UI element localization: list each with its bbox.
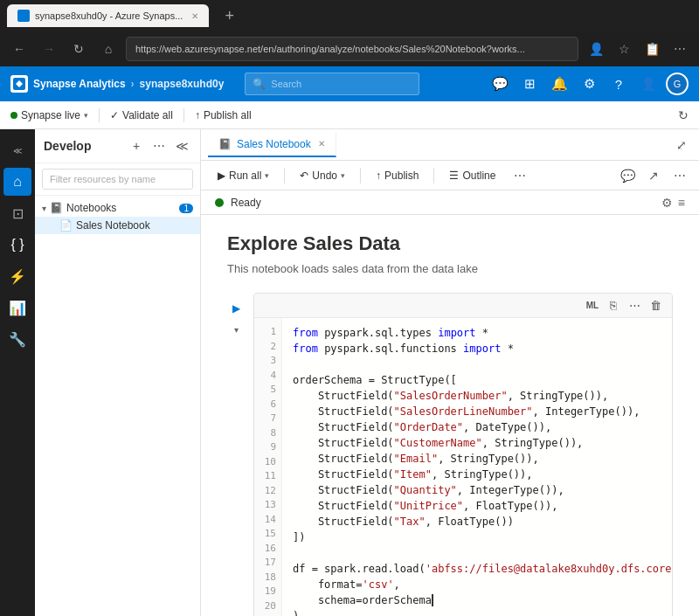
new-tab-btn[interactable]: + <box>216 3 243 29</box>
manage-sidebar-icon[interactable]: 🔧 <box>3 325 31 353</box>
search-input[interactable] <box>271 79 412 89</box>
status-bar: Ready ⚙ ≡ <box>201 190 699 215</box>
cell-run-btn[interactable]: ▶ <box>227 300 245 317</box>
tab-close-btn[interactable]: ✕ <box>191 11 198 21</box>
notebooks-label: Notebooks <box>66 202 176 214</box>
notebook-area: 📓 Sales Notebook ✕ ⤢ ▶ Run all ▾ ↶ Undo … <box>201 129 699 616</box>
more-actions-btn[interactable]: ⋯ <box>149 136 169 156</box>
validate-all-label: Validate all <box>122 109 173 121</box>
run-all-chevron: ▾ <box>265 171 269 180</box>
profile-icon[interactable]: 👤 <box>584 37 608 61</box>
more-toolbar-btn[interactable]: ⋯ <box>514 169 526 183</box>
nb-sep-3 <box>433 168 434 183</box>
code-cell: ML ⎘ ⋯ 🗑 12345 678910 1112131415 1617181… <box>253 293 673 616</box>
develop-sidebar-icon[interactable]: { } <box>3 231 31 259</box>
address-bar-row: ← → ↻ ⌂ 👤 ☆ 📋 ⋯ <box>0 31 699 66</box>
browser-icons: 👤 ☆ 📋 ⋯ <box>584 37 692 61</box>
nb-sep-2 <box>360 168 361 183</box>
collections-icon[interactable]: 📋 <box>640 37 664 61</box>
favorites-icon[interactable]: ☆ <box>612 37 636 61</box>
data-sidebar-icon[interactable]: ⊡ <box>3 199 31 227</box>
develop-header: Develop + ⋯ ≪ <box>35 129 200 163</box>
feedback-icon[interactable]: 👤 <box>636 72 661 96</box>
nb-sep-1 <box>284 168 285 183</box>
monitor-sidebar-icon[interactable]: 📊 <box>3 294 31 322</box>
undo-btn[interactable]: ↶ Undo ▾ <box>292 166 353 185</box>
collapse-panel-btn[interactable]: ≪ <box>172 136 191 156</box>
home-sidebar-icon[interactable]: ⌂ <box>3 168 31 196</box>
add-resource-btn[interactable]: + <box>127 136 146 156</box>
cell-collapse-btn[interactable]: ▾ <box>227 321 245 338</box>
properties-icon[interactable]: ≡ <box>678 196 685 210</box>
notebooks-badge: 1 <box>179 204 193 213</box>
notebook-tabs: 📓 Sales Notebook ✕ ⤢ <box>201 129 699 161</box>
code-content: 12345 678910 1112131415 1617181920 from … <box>254 318 672 616</box>
outline-btn[interactable]: ☰ Outline <box>441 166 503 185</box>
sales-notebook-item[interactable]: 📄 Sales Notebook <box>35 217 200 234</box>
filter-input-wrap <box>35 163 200 196</box>
refresh-icon[interactable]: ↻ <box>678 108 689 122</box>
expand-notebook-btn[interactable]: ⤢ <box>671 135 692 156</box>
home-btn[interactable]: ⌂ <box>96 37 121 61</box>
notebook-tab-close[interactable]: ✕ <box>318 139 325 149</box>
undo-label: Undo <box>312 170 337 182</box>
user-avatar[interactable]: G <box>666 73 689 95</box>
notebook-more-btn[interactable]: ⋯ <box>669 165 690 186</box>
comment-btn[interactable]: 💬 <box>617 165 638 186</box>
develop-actions: + ⋯ ≪ <box>127 136 191 156</box>
secondary-toolbar: Synapse live ▾ ✓ Validate all ↑ Publish … <box>0 101 699 129</box>
cell-delete-btn[interactable]: 🗑 <box>646 296 665 315</box>
publish-all-btn[interactable]: ↑ Publish all <box>195 109 252 121</box>
forward-btn[interactable]: → <box>37 37 61 61</box>
workspace-link[interactable]: synapse8xuhd0y <box>140 78 225 90</box>
settings-icon[interactable]: ⚙ <box>577 72 601 96</box>
notebook-title: Explore Sales Data <box>227 232 673 255</box>
publish-all-label: Publish all <box>204 109 252 121</box>
tab-favicon <box>17 10 30 22</box>
status-icons: ⚙ ≡ <box>661 196 685 210</box>
publish-btn[interactable]: ↑ Publish <box>368 166 426 185</box>
status-indicator <box>215 198 224 207</box>
reload-btn[interactable]: ↻ <box>66 37 91 61</box>
search-bar[interactable]: 🔍 <box>245 73 419 95</box>
sales-notebook-tab-label: Sales Notebook <box>237 138 311 150</box>
cell-copy-btn[interactable]: ⎘ <box>604 296 623 315</box>
toolbar-divider-1 <box>99 108 100 122</box>
code-editor[interactable]: from pyspark.sql.types import * from pys… <box>282 318 672 616</box>
notebook-tab-icon: 📓 <box>218 138 232 150</box>
notebooks-tree-item[interactable]: ▾ 📓 Notebooks 1 <box>35 199 200 217</box>
synapse-live-btn[interactable]: Synapse live ▾ <box>10 109 88 121</box>
back-btn[interactable]: ← <box>7 37 31 61</box>
validate-all-btn[interactable]: ✓ Validate all <box>110 109 173 121</box>
apps-icon[interactable]: ⊞ <box>517 72 542 96</box>
cell-gutter: ▶ ▾ <box>227 300 245 338</box>
help-icon[interactable]: ? <box>606 72 631 96</box>
run-all-btn[interactable]: ▶ Run all ▾ <box>210 166 277 185</box>
app-topbar: Synapse Analytics › synapse8xuhd0y 🔍 💬 ⊞… <box>0 66 699 101</box>
browser-tab-active[interactable]: synapse8xuhd0y - Azure Synaps... ✕ <box>7 4 209 27</box>
status-text: Ready <box>231 197 261 209</box>
chat-icon[interactable]: 💬 <box>488 72 512 96</box>
tab-title: synapse8xuhd0y - Azure Synaps... <box>35 10 183 21</box>
address-input[interactable] <box>126 37 578 61</box>
run-icon: ▶ <box>218 170 225 182</box>
app-logo: Synapse Analytics › synapse8xuhd0y <box>10 75 224 93</box>
expand-sidebar-icon[interactable]: ≪ <box>3 136 31 164</box>
sales-notebook-tab[interactable]: 📓 Sales Notebook ✕ <box>208 133 336 157</box>
live-indicator <box>10 112 17 119</box>
run-all-label: Run all <box>229 170 261 182</box>
integrate-sidebar-icon[interactable]: ⚡ <box>3 262 31 290</box>
share-btn[interactable]: ↗ <box>643 165 664 186</box>
filter-input[interactable] <box>42 169 193 190</box>
app-name: Synapse Analytics <box>33 78 126 90</box>
cell-more-btn[interactable]: ⋯ <box>625 296 644 315</box>
more-icon[interactable]: ⋯ <box>668 37 692 61</box>
notification-icon[interactable]: 🔔 <box>547 72 571 96</box>
publish-icon: ↑ <box>195 109 200 121</box>
publish-label: Publish <box>384 170 419 182</box>
settings-nb-icon[interactable]: ⚙ <box>661 196 673 210</box>
synapse-live-chevron: ▾ <box>84 111 88 120</box>
synapse-logo-icon <box>10 75 28 93</box>
cell-ml-icon[interactable]: ML <box>583 296 602 315</box>
main-layout: ≪ ⌂ ⊡ { } ⚡ 📊 🔧 Develop + ⋯ ≪ ▾ 📓 Notebo… <box>0 129 699 616</box>
